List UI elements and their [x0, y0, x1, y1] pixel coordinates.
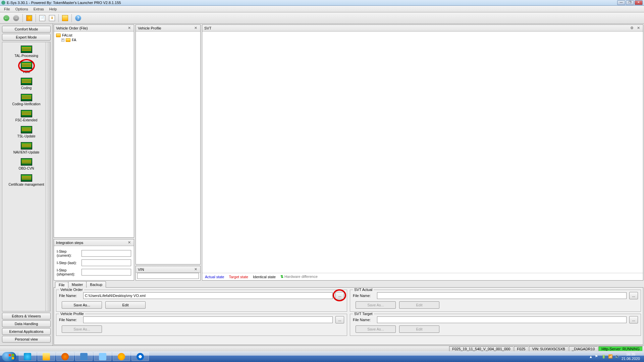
expert-mode-button[interactable]: Expert Mode — [2, 34, 51, 41]
panel-column-middle: Vehicle Profile ✕ VIN ✕ — [136, 24, 201, 281]
panel-title: SVT — [204, 26, 211, 30]
tabs-row: File Master Backup — [54, 281, 643, 288]
external-applications-button[interactable]: External Applications — [2, 328, 51, 335]
panel-close-icon[interactable]: ✕ — [127, 26, 132, 30]
svt-target-file-input[interactable] — [377, 316, 627, 323]
sidebar-item-vcm[interactable]: VCM — [3, 60, 50, 76]
sidebar-item-nav-ent-update[interactable]: NAV/ENT-Update — [3, 141, 50, 157]
taskbar-app1[interactable] — [94, 352, 111, 361]
vehicle-profile-panel: Vehicle Profile ✕ — [136, 24, 201, 264]
tree-child-item[interactable]: + FA — [55, 38, 132, 42]
minimize-button[interactable]: — — [617, 0, 625, 5]
start-button[interactable] — [2, 352, 16, 361]
istep-current-input[interactable] — [82, 250, 131, 257]
module-icon — [21, 46, 32, 53]
sidebar-item-tal-processing[interactable]: TAL-Processing — [3, 44, 50, 60]
field-label: I-Step (current): — [57, 249, 79, 257]
module-label: Coding-Verification — [3, 102, 50, 106]
toolbar-separator — [36, 14, 36, 22]
vp-save-as-button[interactable]: Save As... — [62, 325, 102, 333]
panel-header: Integration steps ✕ — [54, 239, 134, 246]
expand-icon[interactable]: + — [61, 39, 64, 42]
svt-actual-edit-button[interactable]: Edit — [399, 301, 439, 309]
istep-last-input[interactable] — [82, 259, 131, 266]
sidebar-item-tsl-update[interactable]: TSL-Update — [3, 125, 50, 141]
vp-file-input[interactable] — [83, 316, 333, 323]
data-handling-button[interactable]: Data Handling — [2, 320, 51, 327]
tray-network-icon[interactable]: 📶 — [608, 354, 613, 359]
tray-expand-icon[interactable]: ▲ — [589, 355, 593, 359]
panel-column-left: Vehicle Order (File) ✕ FAList + FA — [54, 24, 134, 281]
document-button[interactable]: 📄 — [38, 14, 47, 22]
toolbar: ← → ⚡ 📄 ⬇ ? — [0, 12, 644, 24]
maximize-button[interactable]: ❐ — [626, 0, 634, 5]
close-button[interactable]: ✕ — [635, 0, 643, 5]
module-label: TAL-Processing — [3, 54, 50, 58]
sidebar-bottom-buttons: Editors & Viewers Data Handling External… — [2, 313, 51, 344]
panel-settings-icon[interactable]: ⚙ — [629, 26, 635, 30]
taskbar-explorer[interactable] — [38, 352, 55, 361]
panel-close-icon[interactable]: ✕ — [636, 26, 641, 30]
module-label: OBD-CVN — [3, 167, 50, 170]
menu-options[interactable]: Options — [13, 6, 31, 12]
folder-button[interactable] — [61, 14, 69, 22]
tree-root-item[interactable]: FAList — [55, 33, 132, 38]
svt-target-browse-button[interactable]: ... — [629, 316, 638, 323]
panel-title: Integration steps — [56, 241, 83, 245]
status-http-server: Http-Server: RUNNING — [598, 346, 643, 351]
back-button[interactable]: ← — [2, 14, 11, 22]
svt-target-save-as-button[interactable]: Save As... — [356, 325, 396, 333]
svt-target-edit-button[interactable]: Edit — [399, 325, 439, 333]
personal-view-button[interactable]: Personal view — [2, 336, 51, 343]
panel-close-icon[interactable]: ✕ — [127, 240, 132, 245]
taskbar-bmw[interactable] — [131, 352, 149, 361]
vehicle-profile-fieldset: Vehicle Profile File Name: ... Save As..… — [56, 314, 347, 336]
module-icon — [21, 174, 32, 182]
menu-extras[interactable]: Extras — [31, 6, 47, 12]
menu-file[interactable]: File — [1, 6, 13, 12]
sidebar-item-coding[interactable]: Coding — [3, 76, 50, 93]
taskbar-media[interactable] — [113, 352, 130, 361]
tray-battery-icon[interactable]: 🔋 — [601, 354, 606, 359]
help-button[interactable]: ? — [74, 14, 83, 22]
taskbar-firefox[interactable] — [56, 352, 74, 361]
sidebar-item-coding-verification[interactable]: Coding-Verification — [3, 93, 50, 109]
sidebar-item-obd-cvn[interactable]: OBD-CVN — [3, 157, 50, 173]
panel-close-icon[interactable]: ✕ — [193, 267, 198, 272]
taskbar-ie[interactable] — [19, 352, 36, 361]
istep-shipment-input[interactable] — [82, 269, 131, 276]
vin-input[interactable] — [137, 273, 199, 279]
svt-panel: SVT ⚙ ✕ Actual state Target state Identi… — [202, 24, 643, 281]
vo-file-input[interactable] — [83, 292, 333, 299]
connect-button[interactable]: ⚡ — [25, 14, 34, 22]
svt-actual-file-input[interactable] — [377, 292, 627, 299]
svt-target-file-row: File Name: ... — [353, 316, 638, 323]
import-button[interactable]: ⬇ — [48, 14, 56, 22]
vp-browse-button[interactable]: ... — [335, 316, 344, 323]
vp-file-row: File Name: ... — [59, 316, 344, 323]
svt-actual-browse-button[interactable]: ... — [629, 292, 638, 299]
vo-browse-button[interactable]: ... — [335, 292, 344, 299]
forward-button[interactable]: → — [12, 14, 20, 22]
comfort-mode-button[interactable]: Comfort Mode — [2, 26, 51, 33]
panel-close-icon[interactable]: ✕ — [193, 26, 198, 30]
tray-volume-icon[interactable]: 🔊 — [615, 354, 620, 359]
tray-flag-icon[interactable]: ⚑ — [595, 354, 599, 359]
vo-save-as-button[interactable]: Save As... — [62, 301, 102, 309]
tab-file[interactable]: File — [55, 282, 68, 288]
sidebar-item-certificate-management[interactable]: Certificate management — [3, 173, 50, 189]
tab-master[interactable]: Master — [68, 281, 87, 288]
toolbar-separator — [58, 14, 59, 22]
vo-edit-button[interactable]: Edit — [105, 301, 146, 309]
istep-last-row: I-Step (last): — [57, 259, 131, 266]
menu-help[interactable]: Help — [47, 6, 60, 12]
editors-viewers-button[interactable]: Editors & Viewers — [2, 313, 51, 319]
taskbar-save[interactable] — [75, 352, 93, 361]
tray-clock[interactable]: 16:35 21.06.2020 — [622, 352, 640, 361]
panel-title: VIN — [138, 267, 144, 272]
sidebar-item-fsc-extended[interactable]: FSC-Extended — [3, 109, 50, 125]
tree-label: FA — [72, 38, 76, 42]
svt-actual-save-as-button[interactable]: Save As... — [356, 301, 396, 309]
tab-backup[interactable]: Backup — [86, 281, 106, 288]
top-panels: Vehicle Order (File) ✕ FAList + FA — [54, 24, 643, 281]
